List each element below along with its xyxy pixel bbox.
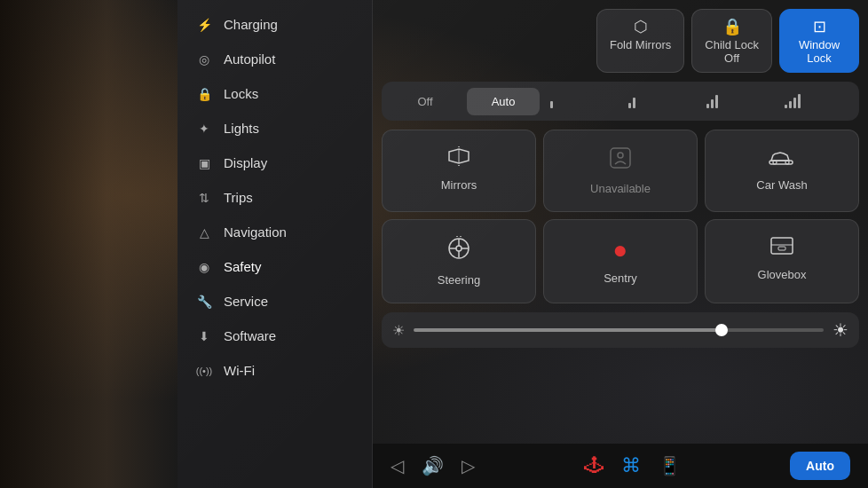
- sidebar-label-lights: Lights: [224, 121, 259, 136]
- sidebar-item-trips[interactable]: ⇅ Trips: [178, 180, 372, 215]
- sentry-icon: ●: [555, 236, 686, 264]
- wifi-icon: ((•)): [195, 366, 213, 376]
- sidebar-label-navigation: Navigation: [224, 224, 287, 240]
- bottom-center-icons: 🕹 ⌘ 📱: [584, 454, 681, 477]
- sidebar-item-lights[interactable]: ✦ Lights: [178, 111, 372, 146]
- unavailable-button[interactable]: Unavailable: [543, 130, 698, 212]
- fan-off-option[interactable]: Off: [389, 88, 462, 115]
- main-content: ⬡ Fold Mirrors 🔒 Child LockOff ⊡ WindowL…: [373, 0, 868, 444]
- sidebar-label-trips: Trips: [224, 190, 253, 205]
- charging-icon: ⚡: [195, 18, 213, 32]
- navigation-icon: △: [195, 225, 213, 240]
- window-lock-button[interactable]: ⊡ WindowLock: [779, 9, 859, 73]
- locks-icon: 🔒: [195, 87, 213, 101]
- trips-icon: ⇅: [195, 191, 213, 205]
- device-edge: [0, 0, 178, 488]
- child-lock-label: Child LockOff: [705, 38, 759, 65]
- sentry-label: Sentry: [604, 272, 637, 285]
- fan-auto-label: Auto: [492, 95, 516, 108]
- sidebar-label-display: Display: [224, 155, 267, 170]
- bluetooth-icon[interactable]: ⌘: [621, 454, 641, 477]
- volume-icon[interactable]: 🔊: [422, 455, 444, 476]
- forward-icon[interactable]: ▷: [462, 455, 475, 476]
- unavailable-label: Unavailable: [590, 182, 651, 195]
- child-lock-button[interactable]: 🔒 Child LockOff: [691, 9, 772, 73]
- software-icon: ⬇: [195, 329, 213, 343]
- brightness-slider[interactable]: [414, 328, 824, 332]
- brightness-control: ☀ ☀: [382, 312, 859, 348]
- fan-speed-row: Off Auto: [382, 82, 859, 121]
- fan-bars-1: [550, 94, 612, 108]
- phone-icon[interactable]: 📱: [659, 455, 681, 476]
- fold-mirrors-label: Fold Mirrors: [610, 38, 671, 51]
- back-icon[interactable]: ◁: [391, 455, 404, 476]
- svg-rect-11: [771, 238, 793, 254]
- fan-speed3-option[interactable]: [701, 87, 774, 115]
- joystick-icon[interactable]: 🕹: [584, 454, 604, 477]
- fan-bars-3: [706, 94, 769, 108]
- car-wash-button[interactable]: Car Wash: [705, 130, 859, 212]
- glovebox-icon: [716, 236, 848, 261]
- sidebar-label-wifi: Wi-Fi: [224, 363, 255, 378]
- unavailable-icon: [555, 146, 686, 175]
- mirrors-icon: [393, 146, 525, 171]
- steering-icon: [393, 236, 525, 266]
- sidebar-item-navigation[interactable]: △ Navigation: [178, 215, 372, 249]
- sidebar-label-locks: Locks: [224, 86, 258, 101]
- sidebar-label-autopilot: Autopilot: [224, 51, 275, 67]
- fan-off-label: Off: [417, 95, 432, 108]
- sidebar-item-safety[interactable]: ◉ Safety: [178, 249, 372, 284]
- sidebar-label-software: Software: [224, 328, 276, 343]
- sidebar-item-service[interactable]: 🔧 Service: [178, 284, 372, 319]
- car-wash-icon: [716, 146, 848, 171]
- brightness-icon: ☀: [392, 322, 405, 339]
- fan-bars-2: [628, 94, 690, 108]
- safety-icon: ◉: [195, 260, 213, 274]
- sidebar-label-service: Service: [224, 294, 268, 309]
- sidebar-label-charging: Charging: [224, 17, 278, 32]
- auto-button[interactable]: Auto: [790, 452, 850, 480]
- fan-speed1-option[interactable]: [545, 87, 618, 115]
- car-wash-label: Car Wash: [756, 178, 807, 192]
- child-lock-icon: 🔒: [705, 17, 759, 36]
- fold-mirrors-icon: ⬡: [610, 17, 671, 36]
- sidebar-item-charging[interactable]: ⚡ Charging: [178, 7, 372, 42]
- window-lock-label: WindowLock: [799, 38, 840, 65]
- mirrors-label: Mirrors: [441, 178, 477, 192]
- svg-point-7: [456, 246, 462, 251]
- fan-speed2-option[interactable]: [623, 87, 696, 115]
- controls-grid: Mirrors Unavailable Car Was: [382, 130, 859, 303]
- top-button-row: ⬡ Fold Mirrors 🔒 Child LockOff ⊡ WindowL…: [382, 9, 859, 73]
- svg-rect-13: [778, 247, 785, 250]
- sidebar-item-locks[interactable]: 🔒 Locks: [178, 76, 372, 111]
- sidebar-label-safety: Safety: [224, 259, 262, 274]
- glovebox-label: Glovebox: [758, 268, 807, 281]
- display-icon: ▣: [195, 156, 213, 170]
- steering-button[interactable]: Steering: [382, 219, 536, 303]
- sidebar-item-wifi[interactable]: ((•)) Wi-Fi: [178, 353, 372, 388]
- lights-icon: ✦: [195, 122, 213, 136]
- bottom-left-icons: ◁ 🔊 ▷: [391, 455, 475, 476]
- fan-speed4-option[interactable]: [779, 87, 852, 115]
- autopilot-icon: ◎: [195, 52, 213, 67]
- fold-mirrors-button[interactable]: ⬡ Fold Mirrors: [596, 9, 684, 73]
- sidebar-item-display[interactable]: ▣ Display: [178, 146, 372, 180]
- glovebox-button[interactable]: Glovebox: [705, 219, 859, 303]
- mirrors-button[interactable]: Mirrors: [382, 130, 536, 212]
- service-icon: 🔧: [195, 295, 213, 309]
- sidebar: ⚡ Charging ◎ Autopilot 🔒 Locks ✦ Lights …: [178, 0, 373, 488]
- fan-bars-4: [785, 94, 847, 108]
- svg-point-2: [618, 153, 623, 158]
- steering-label: Steering: [438, 273, 480, 287]
- sentry-button[interactable]: ● Sentry: [543, 219, 698, 303]
- window-lock-icon: ⊡: [793, 17, 846, 36]
- sidebar-item-autopilot[interactable]: ◎ Autopilot: [178, 42, 372, 76]
- bottom-bar: ◁ 🔊 ▷ 🕹 ⌘ 📱 Auto: [373, 444, 868, 488]
- brightness-sun-icon: ☀: [832, 319, 848, 341]
- sidebar-item-software[interactable]: ⬇ Software: [178, 319, 372, 353]
- fan-auto-option[interactable]: Auto: [467, 88, 540, 115]
